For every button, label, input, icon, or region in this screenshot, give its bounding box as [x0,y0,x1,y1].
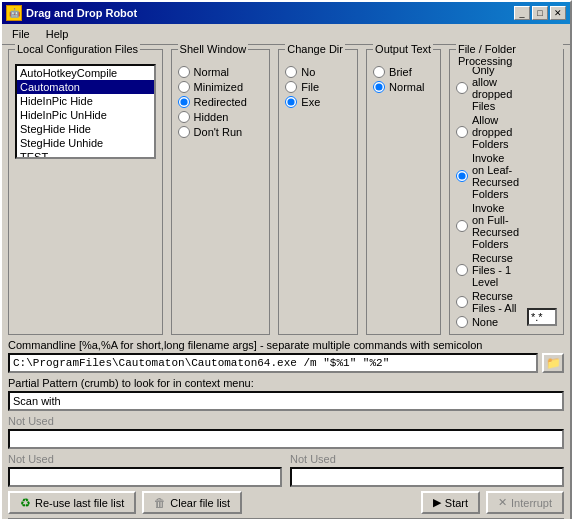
ff-full-radio[interactable] [456,220,468,232]
ff-full-label: Invoke on Full-Recursed Folders [472,202,519,250]
not-used-2-input[interactable] [8,467,282,487]
output-text-group: Output Text Brief Normal [366,49,441,335]
window-title: Drag and Drop Robot [26,7,137,19]
close-button[interactable]: ✕ [550,6,566,20]
list-item[interactable]: AutoHotkeyCompile [17,66,154,80]
dir-exe-option[interactable]: Exe [285,96,351,108]
shell-dontrun-option[interactable]: Don't Run [178,126,264,138]
shell-redirected-radio[interactable] [178,96,190,108]
ff-none[interactable]: None [456,316,519,328]
shell-hidden-option[interactable]: Hidden [178,111,264,123]
ff-recurse-all-radio[interactable] [456,296,468,308]
ff-leaf-recurse[interactable]: Invoke on Leaf-Recursed Folders [456,152,519,200]
menu-help[interactable]: Help [40,26,75,42]
dir-no-option[interactable]: No [285,66,351,78]
reuse-button[interactable]: ♻ Re-use last file list [8,491,136,514]
ff-leaf-radio[interactable] [456,170,468,182]
maximize-button[interactable]: □ [532,6,548,20]
clear-button[interactable]: 🗑 Clear file list [142,491,242,514]
title-bar: 🤖 Drag and Drop Robot _ □ ✕ [2,2,570,24]
ff-full-recurse[interactable]: Invoke on Full-Recursed Folders [456,202,519,250]
shell-hidden-radio[interactable] [178,111,190,123]
start-button[interactable]: ▶ Start [421,491,480,514]
browse-button[interactable]: 📁 [542,353,564,373]
interrupt-label: Interrupt [511,497,552,509]
shell-normal-radio[interactable] [178,66,190,78]
output-normal-radio[interactable] [373,81,385,93]
ff-folders-label: Allow dropped Folders [472,114,519,150]
list-item[interactable]: HideInPic Hide [17,94,154,108]
commandline-row: 📁 [8,353,564,373]
shell-redirected-option[interactable]: Redirected [178,96,264,108]
start-icon: ▶ [433,496,441,509]
ff-recurse-all[interactable]: Recurse Files - All [456,290,519,314]
dir-file-option[interactable]: File [285,81,351,93]
ff-folders-radio[interactable] [456,126,468,138]
shell-window-options: Normal Minimized Redirected Hidden [178,66,264,138]
reuse-label: Re-use last file list [35,497,124,509]
not-used-3-label: Not Used [290,453,564,465]
ff-recurse1-radio[interactable] [456,264,468,276]
partial-pattern-section: Partial Pattern (crumb) to look for in c… [8,377,564,411]
list-item-selected[interactable]: Cautomaton [17,80,154,94]
shell-redirected-label: Redirected [194,96,247,108]
output-text-label: Output Text [373,43,433,55]
dir-file-label: File [301,81,319,93]
file-folder-col1: Only allow dropped Files Allow dropped F… [456,64,519,328]
title-bar-buttons: _ □ ✕ [514,6,566,20]
commandline-input[interactable] [8,353,538,373]
list-item[interactable]: StegHide Unhide [17,136,154,150]
shell-dontrun-label: Don't Run [194,126,243,138]
shell-minimized-radio[interactable] [178,81,190,93]
recurse-pattern-input[interactable] [527,308,557,326]
change-dir-group: Change Dir No File Exe [278,49,358,335]
minimize-button[interactable]: _ [514,6,530,20]
list-item[interactable]: HideInPic UnHide [17,108,154,122]
clear-icon: 🗑 [154,496,166,510]
change-dir-label: Change Dir [285,43,345,55]
not-used-3-input[interactable] [290,467,564,487]
ff-recurse1-label: Recurse Files - 1 Level [472,252,519,288]
list-item[interactable]: TEST [17,150,154,159]
shell-window-group: Shell Window Normal Minimized Redirected [171,49,271,335]
clear-label: Clear file list [170,497,230,509]
output-brief-label: Brief [389,66,412,78]
ff-recurse-all-label: Recurse Files - All [472,290,519,314]
shell-minimized-option[interactable]: Minimized [178,81,264,93]
start-label: Start [445,497,468,509]
output-normal-label: Normal [389,81,424,93]
app-icon: 🤖 [6,5,22,21]
interrupt-button[interactable]: ✕ Interrupt [486,491,564,514]
ff-files-radio[interactable] [456,82,468,94]
dir-file-radio[interactable] [285,81,297,93]
ff-recurse-1[interactable]: Recurse Files - 1 Level [456,252,519,288]
local-config-label: Local Configuration Files [15,43,140,55]
not-used-2-label: Not Used [8,453,282,465]
button-row: ♻ Re-use last file list 🗑 Clear file lis… [8,491,564,514]
reuse-icon: ♻ [20,496,31,510]
shell-dontrun-radio[interactable] [178,126,190,138]
local-config-listbox[interactable]: AutoHotkeyCompile Cautomaton HideInPic H… [15,64,156,159]
ff-folders[interactable]: Allow dropped Folders [456,114,519,150]
shell-normal-option[interactable]: Normal [178,66,264,78]
partial-pattern-label: Partial Pattern (crumb) to look for in c… [8,377,564,389]
menu-bar: File Help [2,24,570,45]
ff-none-radio[interactable] [456,316,468,328]
dir-exe-radio[interactable] [285,96,297,108]
change-dir-options: No File Exe [285,66,351,108]
file-folder-label: File / Folder Processing [456,43,563,67]
dir-no-radio[interactable] [285,66,297,78]
ff-files-only[interactable]: Only allow dropped Files [456,64,519,112]
not-used-2-row: Not Used Not Used [8,453,564,487]
commandline-section: Commandline [%a,%A for short,long filena… [8,339,564,373]
menu-file[interactable]: File [6,26,36,42]
output-brief-radio[interactable] [373,66,385,78]
output-brief-option[interactable]: Brief [373,66,434,78]
output-normal-option[interactable]: Normal [373,81,434,93]
list-item[interactable]: StegHide Hide [17,122,154,136]
not-used-1-input[interactable] [8,429,564,449]
partial-pattern-input[interactable] [8,391,564,411]
dir-no-label: No [301,66,315,78]
main-window: 🤖 Drag and Drop Robot _ □ ✕ File Help Lo… [0,0,572,519]
local-config-group: Local Configuration Files AutoHotkeyComp… [8,49,163,335]
